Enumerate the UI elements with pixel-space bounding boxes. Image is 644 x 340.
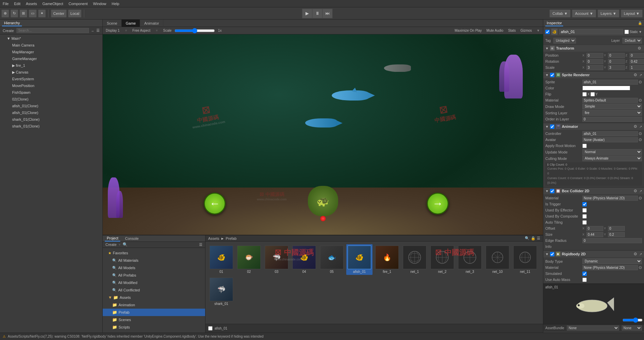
transform-header[interactable]: ▼ ⊕ Transform ⚙ xyxy=(543,45,644,52)
asset-item-net10[interactable]: net_10 xyxy=(484,244,511,275)
console-tab[interactable]: Console xyxy=(123,236,140,241)
material-select-btn[interactable]: ⊙ xyxy=(639,98,642,103)
object-active-checkbox[interactable] xyxy=(545,30,550,34)
avatar-select-btn[interactable]: ⊙ xyxy=(639,137,642,142)
animator-menu-btn[interactable]: ⚙ xyxy=(633,124,638,129)
asset-browser-menu-icon[interactable]: ☰ xyxy=(537,236,540,240)
bc-material-btn[interactable]: ⊙ xyxy=(639,196,642,200)
hierarchy-minus-btn[interactable]: – xyxy=(90,28,95,33)
h-item-main[interactable]: ▼ Main* xyxy=(0,35,102,42)
play-button[interactable]: ▶ xyxy=(302,9,312,18)
sprite-renderer-expand[interactable]: ↗ xyxy=(639,73,642,77)
transform-rect-btn[interactable]: ▭ xyxy=(29,9,37,18)
flip-x-checkbox[interactable] xyxy=(582,92,587,96)
bc-material-input[interactable] xyxy=(582,196,638,201)
sprite-renderer-menu-btn[interactable]: ⚙ xyxy=(633,73,638,77)
box-collider-menu-btn[interactable]: ⚙ xyxy=(633,189,638,193)
is-trigger-checkbox[interactable] xyxy=(582,202,587,206)
account-button[interactable]: Account ▼ xyxy=(572,9,596,18)
hierarchy-tab[interactable]: Hierarchy xyxy=(2,20,22,26)
material-input[interactable] xyxy=(582,98,638,103)
draw-mode-select[interactable]: Simple xyxy=(582,104,642,109)
preview-zoom-slider[interactable] xyxy=(622,317,643,323)
asset-path-root[interactable]: Assets xyxy=(208,236,219,240)
scale-y-input[interactable] xyxy=(608,65,625,70)
prefab-folder[interactable]: 📁 Prefab xyxy=(103,309,205,316)
stats-btn[interactable]: Stats xyxy=(506,28,517,33)
sprite-select-btn[interactable]: ⊙ xyxy=(639,80,642,84)
scale-z-input[interactable] xyxy=(630,65,644,70)
update-mode-select[interactable]: Normal xyxy=(582,149,642,155)
asset-item-fire1[interactable]: 🔥 fire_1 xyxy=(374,244,400,275)
box-collider-checkbox[interactable] xyxy=(550,189,554,193)
menu-component[interactable]: Component xyxy=(66,1,90,6)
hierarchy-search[interactable] xyxy=(17,28,89,33)
all-prefabs-item[interactable]: 🔍 All Prefabs xyxy=(103,272,205,279)
inspector-tab[interactable]: Inspector xyxy=(545,20,563,26)
pivot-btn[interactable]: Center xyxy=(51,9,67,18)
h-item-shark01clone1[interactable]: shark_01(Clone) xyxy=(0,116,102,123)
asset-bundle-select[interactable]: None xyxy=(567,325,619,331)
sorting-layer-select[interactable]: fire xyxy=(582,110,642,116)
rigidbody2d-menu-btn[interactable]: ⚙ xyxy=(633,252,638,256)
scale-slider[interactable] xyxy=(174,28,215,33)
layer-select[interactable]: Default xyxy=(622,38,642,44)
asset-item-shark01[interactable]: 🦈 shark_01 xyxy=(208,276,234,307)
all-modified-item[interactable]: 🔍 All Modified xyxy=(103,279,205,286)
pos-x-input[interactable] xyxy=(586,53,603,58)
local-btn[interactable]: Local xyxy=(68,9,82,18)
asset-item-net3[interactable]: net_3 xyxy=(457,244,483,275)
h-item-moveposition[interactable]: MovePosition xyxy=(0,82,102,89)
animation-folder[interactable]: 📁 Animation xyxy=(103,301,205,309)
h-item-fire1[interactable]: ▶ fire_1 xyxy=(0,62,102,69)
h-item-shark01clone2[interactable]: shark_01(Clone) xyxy=(0,123,102,130)
flip-y-checkbox[interactable] xyxy=(590,92,595,96)
lock-icon[interactable]: 🔒 xyxy=(638,21,642,25)
step-button[interactable]: ⏭ xyxy=(323,9,332,18)
static-checkbox[interactable] xyxy=(624,30,629,34)
h-item-eventsystem[interactable]: EventSystem xyxy=(0,76,102,82)
scenes-folder[interactable]: 📁 Scenes xyxy=(103,316,205,323)
transform-multi-btn[interactable]: ✦ xyxy=(38,9,46,18)
transform-rotate-btn[interactable]: ↻ xyxy=(10,9,18,18)
mute-audio-btn[interactable]: Mute Audio xyxy=(485,28,505,33)
rigidbody2d-expand[interactable]: ↗ xyxy=(639,252,642,256)
all-models-item[interactable]: 🔍 All Models xyxy=(103,264,205,272)
project-tab[interactable]: Project xyxy=(105,235,120,242)
used-by-effector-checkbox[interactable] xyxy=(582,208,587,213)
offset-x-input[interactable] xyxy=(586,226,603,231)
h-item-gamemanager[interactable]: GameManager xyxy=(0,55,102,62)
all-conflicted-item[interactable]: 🔍 All Conflicted xyxy=(103,286,205,294)
asset-prefab-checkbox[interactable] xyxy=(208,326,213,331)
rot-z-input[interactable] xyxy=(630,59,644,64)
aspect-selector[interactable]: Free Aspect xyxy=(131,28,152,33)
gizmos-btn[interactable]: Gizmos xyxy=(519,28,534,33)
maximize-on-play-btn[interactable]: Maximize On Play xyxy=(453,28,484,33)
culling-mode-select[interactable]: Always Animate xyxy=(582,155,642,161)
scale-x-input[interactable] xyxy=(586,65,603,70)
layout-button[interactable]: Layout ▼ xyxy=(621,9,643,18)
asset-item-01[interactable]: 🐠 01 xyxy=(208,244,234,275)
asset-item-net1[interactable]: net_1 xyxy=(401,244,428,275)
menu-window[interactable]: Window xyxy=(90,1,109,6)
box-collider-header[interactable]: ▼ ⬜ Box Collider 2D ⚙ ↗ xyxy=(543,188,644,194)
h-item-02clone[interactable]: 02(Clone) xyxy=(0,96,102,103)
auto-tiling-checkbox[interactable] xyxy=(582,220,587,225)
offset-y-input[interactable] xyxy=(608,226,625,231)
game-tab[interactable]: Game xyxy=(122,20,140,27)
assets-section[interactable]: ▼ 📁 Assets xyxy=(103,294,205,301)
project-create-btn[interactable]: Create xyxy=(104,242,118,247)
menu-file[interactable]: File xyxy=(0,1,11,6)
hierarchy-menu-btn[interactable]: ☰ xyxy=(95,28,101,33)
edge-radius-input[interactable] xyxy=(582,238,642,243)
body-type-select[interactable]: Dynamic xyxy=(582,258,642,264)
static-dropdown-icon[interactable]: ▼ xyxy=(639,30,642,34)
h-item-mapmanager[interactable]: MapManager xyxy=(0,49,102,55)
asset-item-02[interactable]: 🐡 02 xyxy=(236,244,262,275)
size-x-input[interactable] xyxy=(586,232,603,237)
asset-path-folder[interactable]: Prefab xyxy=(226,236,236,240)
menu-gameobject[interactable]: GameObject xyxy=(40,1,66,6)
sprite-renderer-header[interactable]: ▼ 🖼 Sprite Renderer ⚙ ↗ xyxy=(543,72,644,78)
asset-item-04[interactable]: 🐠 04 xyxy=(291,244,317,275)
rb-material-input[interactable] xyxy=(582,265,638,270)
